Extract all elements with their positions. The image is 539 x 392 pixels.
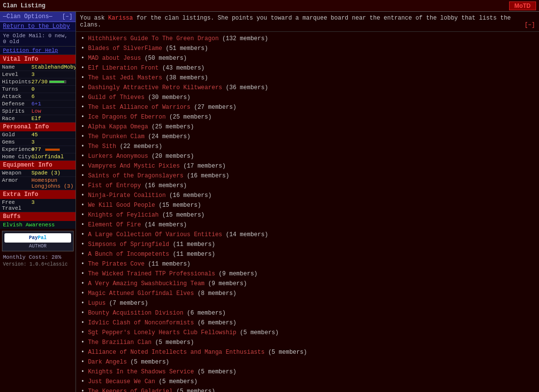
clan-name-link[interactable]: The Last Jedi Masters <box>88 74 162 81</box>
race-label: Race <box>2 116 31 122</box>
clan-name-link[interactable]: A Very Amazing Swashbuckling Team <box>88 280 205 287</box>
header-text-pre: You ask <box>80 15 108 22</box>
clan-name-link[interactable]: Lurkers Anonymous <box>88 153 148 160</box>
clan-name-link[interactable]: Element Of Fire <box>88 221 141 228</box>
clan-name-link[interactable]: MAD about Jesus <box>88 55 141 62</box>
clan-count: (9 members) <box>205 280 247 287</box>
personal-info-title: Personal Info <box>0 122 76 131</box>
clan-entry: • Ninja-Pirate Coalition (16 members) <box>80 191 535 200</box>
content-toggle[interactable]: [–] <box>524 22 535 28</box>
clan-count: (5 members) <box>152 339 194 346</box>
clan-entry: • Simpsons of Springfield (11 members) <box>80 240 535 249</box>
clan-name-link[interactable]: Alpha Kappa Omega <box>88 123 148 130</box>
karissa-link[interactable]: Karissa <box>108 15 133 22</box>
clan-name-link[interactable]: Magic Attuned Glorfindal Elves <box>88 290 194 297</box>
clan-entry: • Hitchhikers Guide To The Green Dragon … <box>80 34 535 44</box>
clan-name-link[interactable]: The Wicked Trained TTP Professionals <box>88 270 215 277</box>
clan-count: (38 members) <box>162 74 208 81</box>
clan-entry: • Sgt Pepper's Lonely Hearts Club Fellow… <box>80 328 535 338</box>
clan-name-link[interactable]: A Large Collection Of Various Entities <box>88 231 222 238</box>
clan-options-label: —Clan Options— <box>3 13 52 20</box>
clan-bullet: • <box>81 251 88 258</box>
clan-bullet: • <box>81 163 88 170</box>
clan-name-link[interactable]: Blades of SilverFlame <box>88 45 162 52</box>
level-row: Level 3 <box>0 71 76 78</box>
clan-entry: • The Brazilian Clan (5 members) <box>80 338 535 347</box>
clan-bullet: • <box>81 261 88 268</box>
clan-bullet: • <box>81 202 88 209</box>
clan-name-link[interactable]: Ice Dragons Of Eberron <box>88 114 165 121</box>
clan-name-link[interactable]: Knights of Feyliciah <box>88 212 158 219</box>
extra-info-title: Extra Info <box>0 190 76 199</box>
clan-bullet: • <box>81 74 88 81</box>
clan-count: (11 members) <box>169 241 215 248</box>
defense-label: Defense <box>2 101 31 107</box>
weapon-row: Weapon Spade (3) <box>0 170 76 177</box>
clan-name-link[interactable]: Idvlic Clash of Nonconformists <box>88 319 194 326</box>
clan-name-link[interactable]: Just Because We Can <box>88 378 155 385</box>
clan-count: (15 members) <box>155 202 201 209</box>
buff-item: Elvish Awareness <box>0 221 76 229</box>
clan-name-link[interactable]: The Drunken Clam <box>88 133 144 140</box>
clan-name-link[interactable]: Dashingly Attractive Retro Kiltwearers <box>88 84 222 91</box>
gems-label: Gems <box>2 139 31 145</box>
clan-name-link[interactable]: Simpsons of Springfield <box>88 241 169 248</box>
clan-name-link[interactable]: Guild of Thieves <box>88 94 144 101</box>
clan-name-link[interactable]: Fist of Entropy <box>88 182 141 189</box>
paypal-inner[interactable]: PayPal <box>4 233 71 243</box>
clan-name-link[interactable]: The Brazilian Clan <box>88 339 152 346</box>
spirits-value: Low <box>31 108 74 114</box>
clan-name-link[interactable]: Bounty Acquisition Division <box>88 310 183 317</box>
clan-bullet: • <box>81 123 88 130</box>
clan-bullet: • <box>81 310 88 317</box>
title-bar: Clan Listing MoTD <box>0 0 539 12</box>
clan-bullet: • <box>81 182 88 189</box>
clan-name-link[interactable]: Ninja-Pirate Coalition <box>88 192 165 199</box>
clan-name-link[interactable]: Lupus <box>88 300 105 307</box>
clan-name-link[interactable]: The Pirates Cove <box>88 261 144 268</box>
motd-button[interactable]: MoTD <box>509 1 536 10</box>
clan-entry: • A Large Collection Of Various Entities… <box>80 230 535 240</box>
name-label: Name <box>2 64 31 70</box>
clan-count: (16 members) <box>141 182 187 189</box>
name-value: StablehandMobyGamer <box>31 64 76 70</box>
clan-name-link[interactable]: Saints of the Dragonslayers <box>88 172 183 179</box>
clan-count: (11 members) <box>169 251 215 258</box>
armor-label: Armor <box>2 177 31 189</box>
clan-name-link[interactable]: Sgt Pepper's Lonely Hearts Club Fellowsh… <box>88 329 236 336</box>
clan-name-link[interactable]: Dark Angels <box>88 359 127 366</box>
window-title: Clan Listing <box>3 2 45 9</box>
clan-bullet: • <box>81 221 88 228</box>
clan-bullet: • <box>81 319 88 326</box>
turns-row: Turns 0 <box>0 86 76 93</box>
clan-entry: • Bounty Acquisition Division (6 members… <box>80 308 535 318</box>
clan-count: (8 members) <box>194 290 236 297</box>
clan-bullet: • <box>81 104 88 111</box>
clan-entry: • We Kill Good People (15 members) <box>80 200 535 210</box>
return-to-lobby-link[interactable]: Return to the Lobby <box>0 22 76 31</box>
clan-name-link[interactable]: Knights In the Shadows Service <box>88 368 194 375</box>
clan-count: (25 members) <box>148 123 194 130</box>
clan-name-link[interactable]: Alliance of Noted Intellects and Manga E… <box>88 349 264 356</box>
name-row: Name StablehandMobyGamer <box>0 64 76 71</box>
clan-entry: • Guild of Thieves (30 members) <box>80 93 535 102</box>
clan-name-link[interactable]: Elf Liberation Front <box>88 65 158 72</box>
clan-options-toggle[interactable]: [–] <box>62 13 73 20</box>
gems-row: Gems 3 <box>0 139 76 146</box>
clan-entry: • The Last Jedi Masters (38 members) <box>80 73 535 83</box>
freetravel-row: Free Travel 3 <box>0 199 76 212</box>
clan-bullet: • <box>81 212 88 219</box>
clan-name-link[interactable]: We Kill Good People <box>88 202 155 209</box>
clan-count: (51 members) <box>162 45 208 52</box>
clan-name-link[interactable]: The Keepers of Galadriel <box>88 388 173 392</box>
clan-name-link[interactable]: Hitchhikers Guide To The Green Dragon <box>88 35 218 42</box>
armor-value: Homespun Longjohns (3) <box>31 177 74 189</box>
clan-name-link[interactable]: Vampyres And Mystic Pixies <box>88 163 180 170</box>
clan-name-link[interactable]: A Bunch of Incompetents <box>88 251 169 258</box>
petition-link[interactable]: Petition for Help <box>0 47 76 55</box>
clan-name-link[interactable]: The Sith <box>88 143 116 150</box>
clan-count: (5 members) <box>194 368 236 375</box>
clan-name-link[interactable]: The Last Alliance of Warriors <box>88 104 190 111</box>
hp-bar <box>49 80 66 83</box>
clan-bullet: • <box>81 172 88 179</box>
